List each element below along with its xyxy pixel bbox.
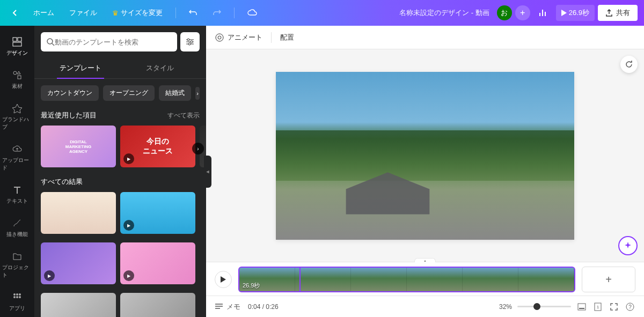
scroll-content[interactable]: 最近使用した項目 すべて表示 DIGITAL MARKETING AGENCY … [34,107,206,317]
row-scroll-right[interactable]: › [192,143,204,154]
sidenav-label: デザイン [6,49,28,57]
user-avatar[interactable]: お [497,5,512,20]
template-thumb[interactable] [41,293,116,317]
animate-button[interactable]: アニメート [215,33,262,42]
timeline-expand-tab[interactable]: ▲ [414,258,436,262]
play-preview-button[interactable]: 26.9秒 [556,5,595,21]
template-thumb[interactable]: ▶ [41,242,116,284]
notes-button[interactable]: メモ [215,302,240,312]
search-input[interactable] [55,38,172,46]
sidenav-item-text[interactable]: テキスト [2,179,32,210]
home-button[interactable]: ホーム [28,5,60,21]
cloud-sync-button[interactable] [242,6,262,20]
recent-thumb-row: DIGITAL MARKETING AGENCY 今日の ニュース ▶ [34,123,206,174]
svg-point-9 [16,296,18,298]
fullscreen-button[interactable] [609,301,619,312]
svg-point-13 [191,41,193,43]
panel-tabs: テンプレート スタイル [34,58,206,79]
sparkle-icon [624,241,632,250]
recent-title: 最近使用した項目 [41,110,97,120]
help-button[interactable]: ? [625,301,635,312]
svg-rect-18 [579,308,584,309]
zoom-slider-thumb[interactable] [533,303,540,310]
sidenav-item-draw[interactable]: 描き機能 [2,212,32,244]
svg-point-15 [216,34,223,41]
chip-scroll-right[interactable]: › [195,87,200,100]
divider [234,8,235,18]
redo-button[interactable] [207,6,226,20]
chip-opening[interactable]: オープニング [103,85,155,101]
sidenav-item-elements[interactable]: 素材 [2,64,32,95]
canvas-toolbar: アニメート 配置 [206,26,644,49]
video-clip[interactable]: 26.9秒 [238,267,575,292]
notes-icon [215,303,223,311]
playhead[interactable] [299,267,301,291]
template-thumb[interactable]: DIGITAL MARKETING AGENCY [41,126,116,167]
zoom-slider[interactable] [517,306,571,307]
clip-frame [518,268,574,291]
share-label: 共有 [616,8,630,18]
sidenav-item-design[interactable]: デザイン [2,31,32,62]
add-page-button[interactable]: + [582,267,635,292]
refresh-button[interactable] [620,56,638,73]
template-thumb[interactable]: ▶ [120,192,195,234]
svg-point-7 [19,293,21,296]
canvas-viewport[interactable] [206,49,644,262]
file-menu[interactable]: ファイル [64,5,103,21]
shapes-icon [12,70,23,80]
position-button[interactable]: 配置 [280,33,294,42]
tab-templates[interactable]: テンプレート [41,58,120,78]
notes-label: メモ [226,302,240,312]
tab-styles[interactable]: スタイル [120,58,200,78]
template-thumb[interactable]: 今日の ニュース ▶ [120,126,195,167]
document-title[interactable]: 名称未設定のデザイン - 動画 [399,8,489,18]
template-thumb[interactable]: ▶ [120,242,195,284]
resize-button[interactable]: ♛ サイズを変更 [107,5,168,21]
recent-thumbs-section: DIGITAL MARKETING AGENCY 今日の ニュース ▶ › [34,123,206,174]
show-all-link[interactable]: すべて表示 [167,111,200,120]
divider [175,8,176,18]
template-thumb[interactable] [120,293,195,317]
video-preview[interactable] [276,72,574,240]
search-icon [46,38,55,46]
timeline-row: 26.9秒 + [215,267,635,292]
clip-frame [295,268,351,291]
search-box[interactable] [41,32,177,51]
add-member-button[interactable]: + [515,5,530,20]
folder-icon [12,251,23,262]
back-button[interactable] [6,6,24,19]
undo-button[interactable] [184,6,203,20]
brand-icon [12,103,23,114]
redo-icon [213,9,221,17]
filter-button[interactable] [180,32,200,51]
page-view-button[interactable]: 1 [592,301,603,312]
clip-duration-label: 26.9秒 [243,282,260,290]
sidenav-item-projects[interactable]: プロジェクト [2,246,32,284]
sidenav-item-brand[interactable]: ブランドハブ [2,98,32,136]
chip-wedding[interactable]: 結婚式 [159,85,191,101]
svg-point-12 [187,39,189,41]
sidenav-item-apps[interactable]: アプリ [2,286,32,317]
bottom-bar: メモ 0:04 / 0:26 32% 1 ? [206,296,644,317]
ai-assist-button[interactable] [618,236,638,255]
share-button[interactable]: 共有 [598,5,638,21]
animate-label: アニメート [228,33,262,42]
canvas-area: アニメート 配置 ▲ [206,26,644,317]
svg-rect-0 [13,38,17,41]
apps-icon [12,292,23,303]
chip-countdown[interactable]: カウントダウン [41,85,99,101]
template-thumb[interactable] [41,192,116,234]
timeline-play-button[interactable] [215,271,232,288]
analytics-button[interactable] [533,5,553,20]
svg-point-16 [218,36,221,39]
sidenav-item-upload[interactable]: アップロード [2,138,32,177]
sidenav-label: 素材 [12,83,23,90]
grid-icon [12,36,23,47]
sidenav-label: ブランドハブ [2,116,32,131]
zoom-controls: 32% 1 ? [499,301,635,312]
collapse-panel-button[interactable]: ◄ [204,156,211,188]
svg-point-11 [47,39,53,44]
result-row [34,291,206,317]
grid-view-button[interactable] [576,301,587,312]
svg-point-8 [13,296,16,298]
